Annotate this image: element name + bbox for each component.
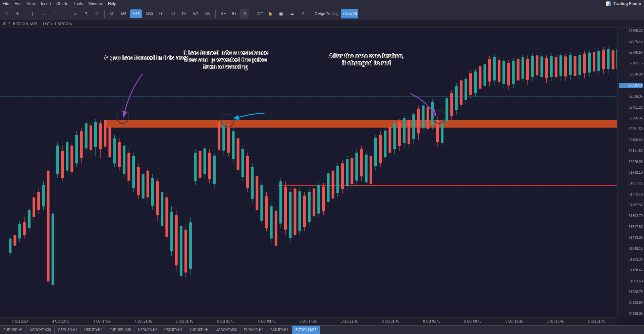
svg-rect-240	[564, 56, 567, 76]
svg-rect-150	[351, 158, 353, 184]
chart-type-btn[interactable]: 🕯▾	[218, 9, 228, 18]
svg-rect-234	[550, 56, 553, 77]
svg-rect-206	[484, 64, 486, 86]
tab-nzdusd-h4[interactable]: NZDUSD,H4	[135, 326, 161, 334]
svg-rect-204	[479, 66, 481, 89]
menu-edit[interactable]: Edit	[14, 1, 21, 6]
svg-rect-160	[374, 138, 377, 166]
svg-rect-166	[388, 127, 391, 153]
chart-info-bar: ⊞ ₿ BITCOIN, M15 1 LOT = 1 BITCOIN	[0, 20, 644, 27]
tf-m30[interactable]: M30	[143, 9, 155, 18]
svg-rect-134	[313, 188, 315, 216]
text-tool[interactable]: T	[82, 9, 91, 18]
ide-btn[interactable]: IDE	[255, 9, 264, 18]
tab-usdjpy-h4[interactable]: USDJPY,H4	[81, 326, 106, 334]
svg-rect-6	[9, 238, 11, 253]
tf-d1[interactable]: D1	[179, 9, 190, 18]
svg-rect-28	[61, 151, 64, 178]
menu-window[interactable]: Window	[88, 1, 103, 6]
svg-rect-3	[278, 185, 624, 186]
price-60839: 60839.05	[619, 312, 643, 316]
tab-usdchf-m30-2[interactable]: USDCHF,M30	[212, 326, 240, 334]
svg-rect-184	[431, 102, 434, 125]
algo-trading-btn[interactable]: ⚙ Algo Trading	[313, 9, 340, 18]
svg-rect-196	[460, 80, 463, 105]
svg-rect-114	[265, 196, 268, 228]
symbol-tabs: EURUSD,H1 USDCHF,M30 GBPUSD,H4 USDJPY,H4…	[0, 325, 644, 334]
algo-trading-icon: ⚙	[314, 11, 318, 16]
menu-view[interactable]: View	[27, 1, 36, 6]
svg-rect-216	[507, 63, 510, 86]
svg-rect-202	[474, 71, 477, 93]
template-btn[interactable]: ⊞▾	[229, 9, 238, 18]
svg-rect-178	[417, 109, 420, 133]
svg-rect-152	[355, 153, 358, 180]
menu-insert[interactable]: Insert	[41, 1, 51, 6]
indicators-btn[interactable]: S	[240, 9, 249, 18]
time-4oct2145: 4 Oct 21:45	[135, 320, 152, 323]
tab-eurusd-m30[interactable]: EURUSD,M30	[106, 326, 135, 334]
tab-eurusd-h1[interactable]: EURUSD,H1	[0, 326, 26, 334]
tf-m5[interactable]: M5	[119, 9, 129, 18]
crosshair-tool[interactable]: ✛	[13, 9, 22, 18]
svg-rect-14	[28, 210, 31, 228]
svg-rect-18	[37, 192, 40, 210]
tab-usdjpy-h1[interactable]: USDJPY,H1	[161, 326, 186, 334]
tab-cadjpy-h4[interactable]: CADJPY,H4	[267, 326, 292, 334]
svg-rect-156	[365, 155, 368, 182]
menu-bar: File Edit View Insert Charts Tools Windo…	[0, 0, 644, 7]
toolbar-sep-5	[310, 10, 310, 18]
fib-tool[interactable]: ≡	[71, 9, 80, 18]
svg-rect-40	[90, 125, 92, 150]
robot-btn[interactable]: 🤖	[276, 9, 286, 18]
trend-line-tool[interactable]: /	[49, 9, 59, 18]
svg-rect-192	[450, 93, 453, 116]
svg-rect-226	[531, 56, 534, 77]
refresh-btn[interactable]: ↺	[298, 9, 307, 18]
svg-rect-252	[593, 52, 595, 72]
svg-rect-250	[588, 53, 591, 73]
svg-rect-180	[422, 106, 425, 128]
price-61942: 61942.10	[619, 171, 643, 175]
svg-rect-248	[583, 54, 586, 73]
time-5oct0145: 5 Oct 01:45	[176, 320, 193, 323]
time-6oct0945: 6 Oct 09:45	[464, 320, 482, 323]
vertical-line-tool[interactable]: |	[28, 9, 37, 18]
svg-rect-54	[123, 146, 125, 174]
lock-btn[interactable]: 🔒	[266, 9, 275, 18]
svg-rect-74	[170, 212, 173, 251]
menu-file[interactable]: File	[3, 1, 9, 6]
new-order-btn[interactable]: + New Oi	[341, 9, 358, 18]
tf-mn[interactable]: MN	[202, 9, 213, 18]
tab-audusd-h4[interactable]: AUDUSD,H4	[186, 326, 213, 334]
time-5oct0945: 5 Oct 09:45	[258, 320, 276, 323]
toolbar-sep-1	[25, 10, 25, 18]
price-62111: 62111.80	[619, 149, 643, 153]
svg-rect-10	[18, 224, 21, 239]
tf-h1[interactable]: H1	[157, 9, 167, 18]
tf-h4[interactable]: H4	[168, 9, 178, 18]
svg-rect-210	[493, 57, 496, 80]
tf-w1[interactable]: W1	[191, 9, 201, 18]
menu-help[interactable]: Help	[108, 1, 116, 6]
svg-rect-94	[218, 122, 220, 150]
horizontal-line-tool[interactable]: —	[39, 9, 48, 18]
tab-euraud-h4[interactable]: EURAUD,H4	[240, 326, 267, 334]
tab-usdchf-m30[interactable]: USDCHF,M30	[26, 326, 55, 334]
shapes-tool[interactable]: ⬡	[92, 9, 102, 18]
channel-tool[interactable]: ⌒	[60, 9, 69, 18]
price-62620: 62620.90	[619, 72, 643, 76]
price-61687: 61687.55	[619, 203, 643, 207]
price-61517: 61517.85	[619, 225, 643, 229]
svg-rect-8	[13, 235, 16, 246]
time-6oct0145: 6 Oct 01:45	[382, 320, 399, 323]
svg-rect-80	[184, 230, 187, 273]
menu-tools[interactable]: Tools	[73, 1, 83, 6]
tf-m15[interactable]: M15	[130, 9, 142, 18]
cursor-tool[interactable]: ↖	[2, 9, 11, 18]
tab-gbpusd-h4[interactable]: GBPUSD,H4	[55, 326, 81, 334]
cloud-btn[interactable]: ☁	[287, 9, 297, 18]
tf-m1[interactable]: M1	[107, 9, 117, 18]
tab-bitcoin-m15[interactable]: BITCOIN,M15	[292, 326, 320, 334]
menu-charts[interactable]: Charts	[56, 1, 68, 6]
